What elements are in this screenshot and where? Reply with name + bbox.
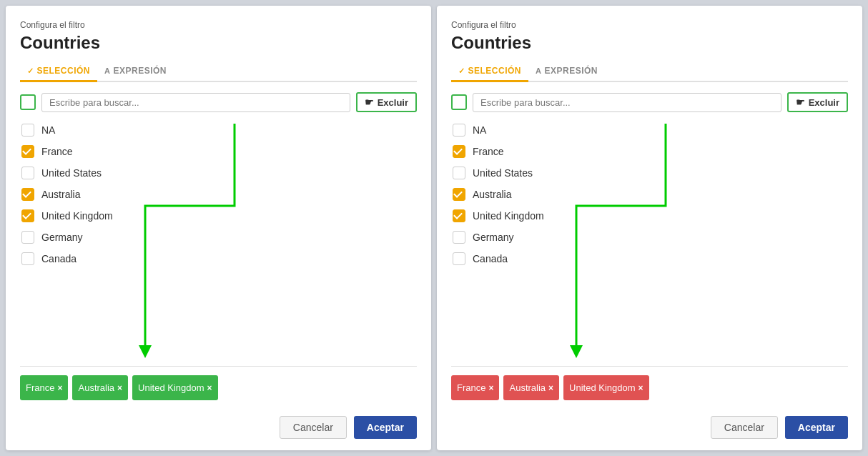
item-checkbox[interactable]: [453, 209, 465, 222]
list-item: France: [451, 141, 848, 162]
accept-button[interactable]: Aceptar: [354, 416, 417, 439]
tags-area: France ×Australia ×United Kingdom ×: [20, 366, 417, 400]
tag-france[interactable]: France ×: [451, 375, 499, 400]
list-item: Germany: [451, 227, 848, 248]
item-checkbox[interactable]: [21, 231, 34, 244]
tag-label: United Kingdom: [138, 382, 204, 393]
panels-container: Configura el filtroCountries✓ SELECCIÓNA…: [0, 0, 868, 456]
accept-button[interactable]: Aceptar: [785, 416, 848, 439]
item-label: United Kingdom: [473, 210, 544, 222]
cursor-icon: ☛: [365, 96, 374, 108]
search-row: ☛Excluir: [451, 92, 848, 112]
tabs-bar: ✓ SELECCIÓNA EXPRESIÓN: [20, 61, 417, 82]
tag-close[interactable]: ×: [57, 383, 62, 393]
tag-close[interactable]: ×: [638, 383, 643, 393]
list-item: United Kingdom: [20, 205, 417, 227]
tabs-bar: ✓ SELECCIÓNA EXPRESIÓN: [451, 61, 848, 82]
panel-left: Configura el filtroCountries✓ SELECCIÓNA…: [6, 6, 431, 450]
footer: CancelarAceptar: [451, 410, 848, 439]
item-checkbox[interactable]: [453, 252, 465, 265]
tag-united-kingdom[interactable]: United Kingdom ×: [563, 375, 649, 400]
item-checkbox[interactable]: [453, 124, 465, 137]
tab-seleccion[interactable]: ✓ SELECCIÓN: [20, 61, 97, 82]
tag-australia[interactable]: Australia ×: [503, 375, 559, 400]
list-item: United States: [20, 162, 417, 184]
tag-label: United Kingdom: [569, 382, 636, 393]
configure-label: Configura el filtro: [451, 20, 848, 30]
list-item: Canada: [20, 248, 417, 269]
panel-title: Countries: [451, 33, 848, 53]
list-item: Australia: [20, 184, 417, 205]
panel-title: Countries: [20, 33, 417, 53]
search-input[interactable]: [41, 93, 350, 112]
item-label: Germany: [41, 232, 83, 243]
item-checkbox[interactable]: [21, 252, 34, 265]
tag-label: France: [26, 382, 54, 393]
tag-close[interactable]: ×: [117, 383, 122, 393]
list-item: Germany: [20, 227, 417, 248]
search-row: ☛Excluir: [20, 92, 417, 112]
tag-close[interactable]: ×: [488, 383, 493, 393]
item-label: NA: [41, 124, 55, 136]
item-checkbox[interactable]: [453, 231, 465, 244]
item-label: France: [473, 146, 504, 157]
tag-france[interactable]: France ×: [20, 375, 68, 400]
list-item: United Kingdom: [451, 205, 848, 227]
excluir-button[interactable]: ☛Excluir: [787, 92, 848, 112]
tag-close[interactable]: ×: [207, 383, 212, 393]
list-item: Canada: [451, 248, 848, 269]
cancel-button[interactable]: Cancelar: [280, 416, 347, 439]
list-item: NA: [451, 119, 848, 141]
item-checkbox[interactable]: [21, 188, 34, 201]
item-checkbox[interactable]: [21, 209, 34, 222]
cancel-button[interactable]: Cancelar: [711, 416, 778, 439]
list-item: United States: [451, 162, 848, 184]
item-label: NA: [473, 124, 486, 136]
item-checkbox[interactable]: [453, 145, 465, 158]
excluir-label: Excluir: [378, 97, 408, 108]
item-label: United States: [41, 167, 102, 179]
list-item: Australia: [451, 184, 848, 205]
tab-expresion[interactable]: A EXPRESIÓN: [97, 61, 174, 82]
item-checkbox[interactable]: [21, 145, 34, 158]
item-checkbox[interactable]: [21, 167, 34, 179]
panel-right: Configura el filtroCountries✓ SELECCIÓNA…: [437, 6, 862, 450]
tag-close[interactable]: ×: [548, 383, 553, 393]
tag-united-kingdom[interactable]: United Kingdom ×: [132, 375, 218, 400]
list-item: NA: [20, 119, 417, 141]
item-label: United Kingdom: [41, 210, 113, 222]
items-list: NAFranceUnited StatesAustraliaUnited Kin…: [20, 119, 417, 360]
item-label: France: [41, 146, 73, 157]
select-all-checkbox[interactable]: [451, 94, 467, 110]
list-item: France: [20, 141, 417, 162]
tag-australia[interactable]: Australia ×: [72, 375, 128, 400]
tag-label: Australia: [78, 382, 114, 393]
item-label: Australia: [473, 189, 511, 200]
select-all-checkbox[interactable]: [20, 94, 36, 110]
configure-label: Configura el filtro: [20, 20, 417, 30]
item-checkbox[interactable]: [453, 167, 465, 179]
search-input[interactable]: [473, 93, 781, 112]
item-label: Canada: [473, 253, 508, 264]
item-checkbox[interactable]: [453, 188, 465, 201]
item-label: Australia: [41, 189, 80, 200]
item-label: Germany: [473, 232, 514, 243]
excluir-button[interactable]: ☛Excluir: [356, 92, 417, 112]
cursor-icon: ☛: [796, 96, 805, 108]
tag-label: France: [457, 382, 485, 393]
item-label: United States: [473, 167, 533, 179]
items-list: NAFranceUnited StatesAustraliaUnited Kin…: [451, 119, 848, 360]
tab-seleccion[interactable]: ✓ SELECCIÓN: [451, 61, 528, 82]
excluir-label: Excluir: [809, 97, 839, 108]
footer: CancelarAceptar: [20, 410, 417, 439]
tab-expresion[interactable]: A EXPRESIÓN: [528, 61, 605, 82]
tag-label: Australia: [509, 382, 546, 393]
tags-area: France ×Australia ×United Kingdom ×: [451, 366, 848, 400]
item-checkbox[interactable]: [21, 124, 34, 137]
item-label: Canada: [41, 253, 77, 264]
